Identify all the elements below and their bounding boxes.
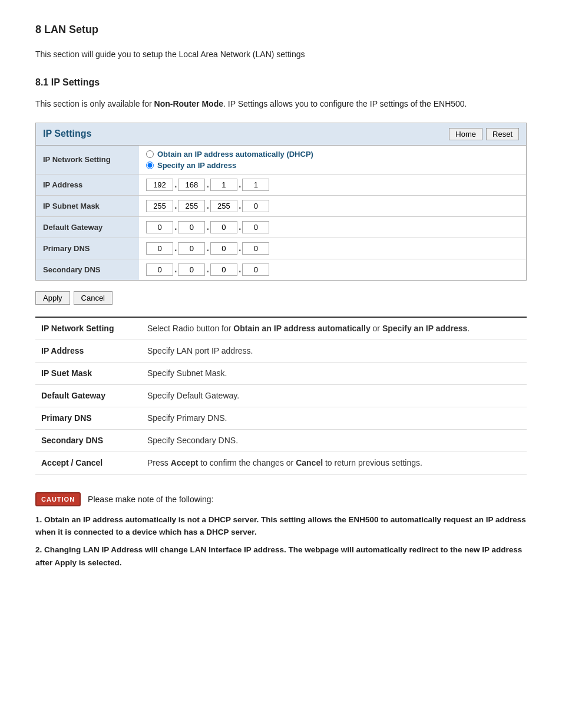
table-row: Default Gateway . . . [36, 216, 526, 238]
row-label-primary-dns: Primary DNS [36, 238, 139, 259]
caution-note: Please make note of the following: [88, 495, 213, 504]
row-value-primary-dns: . . . [139, 238, 526, 259]
desc-row: Primary DNS Specify Primary DNS. [35, 407, 527, 429]
intro-text: This section will guide you to setup the… [35, 48, 527, 61]
desc-value-secondary-dns: Specify Secondary DNS. [141, 429, 527, 452]
radio-group: Obtain an IP address automatically (DHCP… [146, 150, 519, 170]
ip-dot: . [174, 264, 177, 275]
primary-dns-octet1[interactable] [146, 242, 173, 255]
action-buttons: Apply Cancel [35, 291, 527, 305]
ip-address-octet3[interactable] [210, 179, 237, 191]
row-label-ip-network: IP Network Setting [36, 146, 139, 174]
apply-button[interactable]: Apply [35, 291, 70, 305]
radio-dhcp-text: Obtain an IP address automatically (DHCP… [157, 150, 313, 159]
ip-address-octet2[interactable] [178, 179, 205, 191]
ip-address-octet4[interactable] [242, 179, 269, 191]
ip-dot: . [239, 222, 241, 232]
table-row: IP Subnet Mask . . . [36, 195, 526, 216]
header-buttons: Home Reset [449, 128, 519, 140]
primary-dns-octet4[interactable] [242, 242, 269, 255]
secondary-dns-octet3[interactable] [210, 263, 237, 276]
desc-row: Secondary DNS Specify Secondary DNS. [35, 429, 527, 452]
desc-label-accept-cancel: Accept / Cancel [35, 452, 141, 474]
radio-specify[interactable] [146, 162, 154, 169]
desc-value-ip-network: Select Radio button for Obtain an IP add… [141, 317, 527, 340]
ip-address-octet1[interactable] [146, 179, 173, 191]
table-row: Primary DNS . . . [36, 238, 526, 259]
ip-settings-table: IP Network Setting Obtain an IP address … [36, 146, 526, 280]
ip-input-group: . . . [146, 200, 519, 212]
desc-label-primary-dns: Primary DNS [35, 407, 141, 429]
ip-dot: . [206, 264, 209, 275]
subnet-octet4[interactable] [242, 200, 269, 212]
description-table: IP Network Setting Select Radio button f… [35, 317, 527, 475]
desc-label-ip-suet-mask: IP Suet Mask [35, 362, 141, 384]
ip-dot: . [174, 243, 177, 253]
description-text: This section is only available for Non-R… [35, 97, 527, 110]
ip-input-group: . . . [146, 221, 519, 233]
row-label-gateway: Default Gateway [36, 216, 139, 238]
reset-button[interactable]: Reset [486, 128, 519, 140]
gateway-octet2[interactable] [178, 221, 205, 233]
radio-specify-text: Specify an IP address [157, 161, 236, 170]
row-value-gateway: . . . [139, 216, 526, 238]
ip-input-group: . . . [146, 242, 519, 255]
ip-dot: . [206, 243, 209, 253]
ip-dot: . [206, 179, 209, 190]
table-row: Secondary DNS . . . [36, 259, 526, 280]
cancel-button[interactable]: Cancel [74, 291, 113, 305]
secondary-dns-octet4[interactable] [242, 263, 269, 276]
subnet-octet1[interactable] [146, 200, 173, 212]
gateway-octet1[interactable] [146, 221, 173, 233]
radio-dhcp-label[interactable]: Obtain an IP address automatically (DHCP… [146, 150, 519, 159]
row-label-ip-address: IP Address [36, 174, 139, 195]
row-value-subnet: . . . [139, 195, 526, 216]
ip-dot: . [239, 243, 241, 253]
ip-dot: . [174, 200, 177, 211]
primary-dns-octet3[interactable] [210, 242, 237, 255]
ip-dot: . [206, 222, 209, 232]
desc-row: IP Network Setting Select Radio button f… [35, 317, 527, 340]
section-title: 8 LAN Setup [35, 24, 527, 36]
ip-input-group: . . . [146, 263, 519, 276]
desc-row: Accept / Cancel Press Accept to confirm … [35, 452, 527, 474]
desc-value-default-gateway: Specify Default Gateway. [141, 384, 527, 407]
desc-row: IP Address Specify LAN port IP address. [35, 340, 527, 362]
subsection-title: 8.1 IP Settings [35, 77, 527, 88]
secondary-dns-octet1[interactable] [146, 263, 173, 276]
row-label-subnet: IP Subnet Mask [36, 195, 139, 216]
row-value-secondary-dns: . . . [139, 259, 526, 280]
secondary-dns-octet2[interactable] [178, 263, 205, 276]
caution-badge: CAUTION [35, 492, 81, 506]
subnet-octet3[interactable] [210, 200, 237, 212]
ip-dot: . [174, 222, 177, 232]
desc-value-accept-cancel: Press Accept to confirm the changes or C… [141, 452, 527, 474]
ip-settings-header: IP Settings Home Reset [36, 123, 526, 146]
gateway-octet4[interactable] [242, 221, 269, 233]
desc-label-ip-address: IP Address [35, 340, 141, 362]
desc-value-ip-address: Specify LAN port IP address. [141, 340, 527, 362]
caution-section: CAUTION Please make note of the followin… [35, 492, 527, 569]
row-value-ip-address: . . . [139, 174, 526, 195]
desc-value-ip-suet-mask: Specify Subnet Mask. [141, 362, 527, 384]
table-row: IP Network Setting Obtain an IP address … [36, 146, 526, 174]
ip-dot: . [206, 200, 209, 211]
table-row: IP Address . . . [36, 174, 526, 195]
primary-dns-octet2[interactable] [178, 242, 205, 255]
desc-label-ip-network: IP Network Setting [35, 317, 141, 340]
caution-item-2: 2. Changing LAN IP Address will change L… [35, 543, 527, 569]
ip-dot: . [239, 200, 241, 211]
panel-title: IP Settings [43, 129, 91, 139]
gateway-octet3[interactable] [210, 221, 237, 233]
caution-item-1: 1. Obtain an IP address automatically is… [35, 513, 527, 539]
desc-label-default-gateway: Default Gateway [35, 384, 141, 407]
row-value-ip-network: Obtain an IP address automatically (DHCP… [139, 146, 526, 174]
radio-dhcp[interactable] [146, 150, 154, 158]
home-button[interactable]: Home [449, 128, 482, 140]
ip-dot: . [239, 179, 241, 190]
radio-specify-label[interactable]: Specify an IP address [146, 161, 519, 170]
ip-dot: . [174, 179, 177, 190]
desc-row: Default Gateway Specify Default Gateway. [35, 384, 527, 407]
subnet-octet2[interactable] [178, 200, 205, 212]
desc-row: IP Suet Mask Specify Subnet Mask. [35, 362, 527, 384]
